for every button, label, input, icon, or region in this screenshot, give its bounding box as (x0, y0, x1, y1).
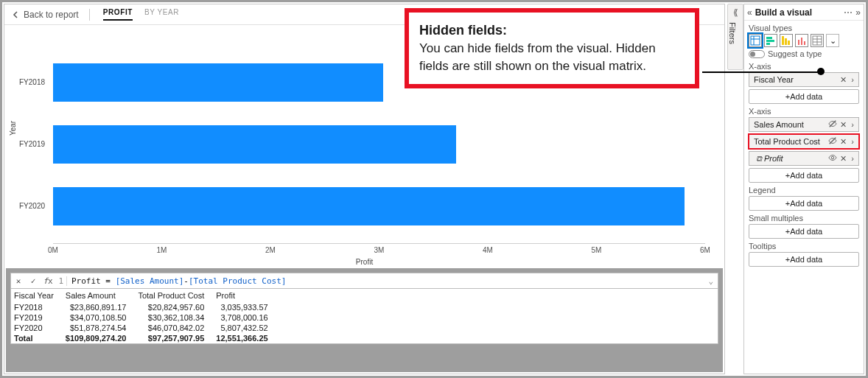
field-menu-icon[interactable]: › (848, 137, 857, 146)
hidden-field-icon[interactable] (827, 119, 838, 130)
visual-type-picker: ⌄ (744, 34, 864, 47)
tooltips-well-label: Tooltips (744, 240, 864, 251)
pane-more-icon[interactable]: ⋯ (844, 7, 853, 18)
visual-type-table-icon[interactable] (749, 34, 762, 47)
xaxis-well-label: X-axis (744, 60, 864, 71)
y-tick-label: FY2018 (19, 78, 52, 86)
add-data-xaxis[interactable]: +Add data (749, 89, 859, 104)
fx-icon[interactable]: fx (41, 276, 55, 286)
chart-tabs: PROFIT BY YEAR (103, 8, 179, 21)
field-profit[interactable]: ⧉ Profit ✕ › (749, 151, 859, 166)
formula-expand-icon[interactable]: ⌄ (708, 276, 713, 286)
tab-profit[interactable]: PROFIT (103, 8, 133, 21)
x-axis-title: Profit (4, 258, 724, 266)
field-menu-icon[interactable]: › (848, 120, 857, 129)
callout-title: Hidden fields: (419, 23, 507, 38)
svg-rect-5 (766, 43, 770, 45)
visual-type-stacked-bar-icon[interactable] (764, 34, 777, 47)
x-tick-label: 5M (592, 246, 602, 254)
callout-body: You can hide fields from the visual. Hid… (419, 41, 656, 73)
visual-types-label: Visual types (744, 21, 864, 34)
add-data-legend[interactable]: +Add data (749, 196, 859, 211)
x-tick-label: 3M (374, 246, 385, 254)
toggle-off-icon[interactable] (749, 50, 765, 58)
field-total-product-cost[interactable]: Total Product Cost ✕ › (749, 134, 859, 149)
column-header[interactable]: Profit (213, 289, 276, 302)
small-multiples-well-label: Small multiples (744, 212, 864, 223)
build-visual-pane: « Build a visual ⋯ » Visual types ⌄ Sugg… (743, 4, 864, 374)
formula-commit-icon[interactable]: ✓ (26, 276, 41, 286)
legend-well-label: Legend (744, 184, 864, 195)
data-table-zone: ✕ ✓ fx 1 Profit = [Sales Amount]-[Total … (6, 268, 723, 372)
divider (89, 9, 90, 21)
x-tick-label: 0M (48, 246, 58, 254)
visual-type-clustered-bar-icon[interactable] (780, 34, 793, 47)
field-menu-icon[interactable]: › (848, 75, 857, 84)
x-tick-label: 6M (700, 246, 710, 254)
collapse-pane-icon[interactable]: « (747, 7, 752, 18)
svg-rect-8 (788, 41, 790, 45)
table-row[interactable]: FY2019$34,070,108.50$30,362,108.343,708,… (11, 312, 277, 323)
x-tick-label: 1M (157, 246, 167, 254)
visual-type-matrix-icon[interactable] (811, 34, 824, 47)
field-sales-amount[interactable]: Sales Amount ✕ › (749, 117, 859, 132)
y-tick-label: FY2020 (19, 202, 52, 210)
visual-type-column-icon[interactable] (795, 34, 808, 47)
bar[interactable] (53, 125, 456, 164)
annotation-arrow-head (817, 68, 825, 75)
svg-rect-10 (801, 38, 802, 45)
chevron-left-icon (12, 11, 19, 18)
table-row[interactable]: FY2020$51,878,274.54$46,070,842.025,807,… (11, 323, 277, 333)
hidden-field-icon[interactable] (827, 136, 838, 147)
svg-rect-0 (751, 36, 760, 45)
back-to-report-button[interactable]: Back to report (12, 10, 79, 20)
x-tick-label: 2M (265, 246, 276, 254)
y-tick-label: FY2019 (19, 140, 52, 148)
visual-type-more-icon[interactable]: ⌄ (826, 34, 839, 47)
remove-field-icon[interactable]: ✕ (838, 75, 848, 85)
xaxis2-well: Sales Amount ✕ › Total Product Cost ✕ › … (749, 117, 859, 183)
table-total-row: Total$109,809,274.20$97,257,907.9512,551… (11, 333, 277, 343)
y-axis-title: Year (9, 121, 17, 136)
svg-rect-3 (766, 37, 772, 39)
column-header[interactable]: Sales Amount (63, 289, 136, 302)
back-label: Back to report (24, 10, 79, 20)
annotation-arrow (702, 71, 820, 73)
svg-rect-9 (798, 40, 799, 45)
formula-line-number: 1 (55, 276, 67, 286)
xaxis-well: Fiscal Year ✕ › +Add data (749, 72, 859, 104)
measure-icon: ⧉ (754, 154, 764, 164)
table-row[interactable]: FY2018$23,860,891.17$20,824,957.603,035,… (11, 302, 277, 312)
svg-rect-11 (804, 41, 805, 45)
bar[interactable] (53, 187, 685, 225)
pane-header: « Build a visual ⋯ » (744, 4, 864, 21)
formula-text[interactable]: Profit = [Sales Amount]-[Total Product C… (67, 276, 286, 286)
bar[interactable] (53, 63, 383, 102)
add-data-xaxis2[interactable]: +Add data (749, 168, 859, 183)
filters-pane-collapsed[interactable]: ⟪ Filters (727, 4, 743, 70)
annotation-callout: Hidden fields: You can hide fields from … (405, 8, 699, 88)
remove-field-icon[interactable]: ✕ (838, 154, 848, 164)
remove-field-icon[interactable]: ✕ (838, 137, 848, 147)
tab-by-year[interactable]: BY YEAR (144, 8, 179, 21)
filters-label: Filters (728, 22, 737, 44)
field-fiscal-year[interactable]: Fiscal Year ✕ › (749, 72, 859, 87)
svg-rect-7 (785, 38, 787, 45)
field-menu-icon[interactable]: › (848, 154, 857, 163)
column-header[interactable]: Fiscal Year (11, 289, 63, 302)
pane-title: Build a visual (755, 7, 841, 18)
svg-rect-4 (766, 40, 774, 42)
expand-pane-icon[interactable]: » (855, 7, 861, 18)
add-data-small-multiples[interactable]: +Add data (749, 224, 859, 239)
suggest-type-toggle[interactable]: Suggest a type (744, 47, 864, 60)
formula-bar[interactable]: ✕ ✓ fx 1 Profit = [Sales Amount]-[Total … (10, 273, 718, 289)
suggest-label: Suggest a type (768, 49, 822, 58)
xaxis2-well-label: X-axis (744, 105, 864, 116)
remove-field-icon[interactable]: ✕ (838, 120, 848, 130)
add-data-tooltips[interactable]: +Add data (749, 252, 859, 267)
svg-point-18 (831, 156, 833, 158)
filters-icon: ⟪ (728, 7, 743, 18)
column-header[interactable]: Total Product Cost (135, 289, 213, 302)
formula-cancel-icon[interactable]: ✕ (11, 276, 26, 286)
visible-field-icon[interactable] (827, 153, 838, 164)
